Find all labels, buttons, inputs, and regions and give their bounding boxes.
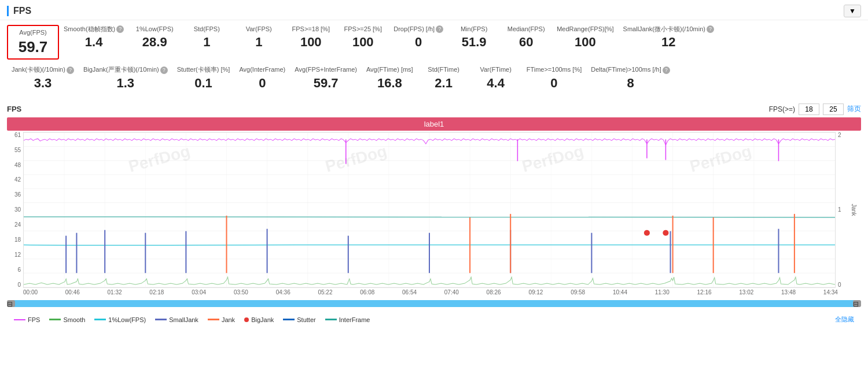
stat-label-drop-fps: Drop(FPS) [/h]? <box>393 25 443 34</box>
legend-item-interframe-legend[interactable]: InterFrame <box>325 316 370 323</box>
y-axis-right: 2 1 0 Jank <box>836 132 861 288</box>
stat-smooth: Smooth(稳帧指数)?1.4 <box>59 25 128 50</box>
stat-value-median-fps: 60 <box>519 35 533 50</box>
y-left-label-55: 55 <box>14 147 21 153</box>
legend-dot-bigjank-legend <box>244 317 249 322</box>
stat-label-std-fps: Std(FPS) <box>194 25 220 34</box>
chart-header: FPS FPS(>=) 筛页 <box>7 104 861 115</box>
y-left-label-12: 12 <box>14 252 21 258</box>
legend-label-interframe-legend: InterFrame <box>339 316 370 323</box>
stat-value-bigjank: 1.3 <box>117 76 135 91</box>
chart-controls: FPS(>=) 筛页 <box>769 104 861 115</box>
y-right-title: Jank <box>851 204 857 216</box>
legend-item-smalljank-legend[interactable]: SmallJank <box>155 316 198 323</box>
legend-label-stutter-legend: Stutter <box>297 316 315 323</box>
help-icon-delta-ftime[interactable]: ? <box>663 66 670 74</box>
stat-value-std-ftime: 2.1 <box>435 76 453 91</box>
page-header: FPS ▼ <box>0 0 868 20</box>
x-label-03:04: 03:04 <box>192 289 206 295</box>
stat-std-ftime: Std(FTime)2.1 <box>418 65 470 90</box>
stat-value-smooth: 1.4 <box>85 35 103 50</box>
scrollbar-right-handle[interactable]: ⊟ <box>853 300 861 307</box>
stat-fps-18: FPS>=18 [%]100 <box>285 25 337 50</box>
x-label-06:54: 06:54 <box>402 289 417 295</box>
y-left-label-30: 30 <box>14 206 21 213</box>
legend-item-stutter-legend[interactable]: Stutter <box>283 316 315 323</box>
stat-value-var-ftime: 4.4 <box>487 76 505 91</box>
stat-label-1pct-low: 1%Low(FPS) <box>136 25 174 34</box>
x-label-04:36: 04:36 <box>276 289 290 295</box>
help-icon-jank[interactable]: ? <box>67 66 74 74</box>
scrollbar-container: ⊟ ⊟ <box>7 295 861 312</box>
stat-label-medrange-fps: MedRange(FPS)[%] <box>557 25 613 34</box>
stat-value-ftime-100ms: 0 <box>550 76 557 91</box>
help-icon-drop-fps[interactable]: ? <box>436 25 443 33</box>
legend-label-jank-legend: Jank <box>222 316 235 323</box>
legend-label-smalljank-legend: SmallJank <box>169 316 198 323</box>
stat-min-fps: Min(FPS)51.9 <box>448 25 500 50</box>
stat-label-avg-fps-interframe: Avg(FPS+InterFrame) <box>295 65 357 74</box>
legend-item-jank-legend[interactable]: Jank <box>208 316 235 323</box>
stat-avg-fps-interframe: Avg(FPS+InterFrame)59.7 <box>290 65 362 90</box>
stat-value-medrange-fps: 100 <box>575 35 596 50</box>
fps-threshold-1-input[interactable] <box>799 104 819 115</box>
stat-label-median-fps: Median(FPS) <box>507 25 545 34</box>
stat-label-bigjank: BigJank(严重卡顿)(/10min)? <box>83 65 168 74</box>
scrollbar-left-handle[interactable]: ⊟ <box>7 300 15 307</box>
y-right-label-1: 1 <box>838 206 841 213</box>
stat-drop-fps: Drop(FPS) [/h]?0 <box>389 25 448 50</box>
legend-container: FPSSmooth1%Low(FPS)SmallJankJankBigJankS… <box>7 312 861 328</box>
x-label-14:34: 14:34 <box>823 289 838 295</box>
x-label-12:16: 12:16 <box>697 289 712 295</box>
x-label-03:50: 03:50 <box>234 289 248 295</box>
stat-label-std-ftime: Std(FTime) <box>428 65 459 74</box>
stat-label-delta-ftime: Delta(FTime)>100ms [/h]? <box>591 65 670 74</box>
help-icon-smooth[interactable]: ? <box>116 25 124 33</box>
svg-point-55 <box>663 230 668 236</box>
stat-value-smalljank: 12 <box>661 35 675 50</box>
stat-label-avg-interframe: Avg(InterFrame) <box>239 65 285 74</box>
stat-label-stutter: Stutter(卡顿率) [%] <box>177 65 230 74</box>
chart-title: FPS <box>7 105 21 113</box>
dropdown-button[interactable]: ▼ <box>844 5 861 17</box>
chart-canvas[interactable]: PerfDog PerfDog PerfDog PerfDog <box>23 132 836 288</box>
page-title: FPS <box>7 6 31 16</box>
stat-label-jank: Jank(卡顿)(/10min)? <box>12 65 74 74</box>
legend-item-fps-legend[interactable]: FPS <box>14 316 40 323</box>
y-left-label-0: 0 <box>17 282 21 288</box>
y-left-label-61: 61 <box>14 132 21 138</box>
fps-threshold-2-input[interactable] <box>823 104 844 115</box>
stat-avg-interframe: Avg(InterFrame)0 <box>234 65 290 90</box>
y-left-label-42: 42 <box>14 176 21 183</box>
legend-item-smooth-legend[interactable]: Smooth <box>49 316 85 323</box>
stat-label-smalljank: SmallJank(微小卡顿)(/10min)? <box>623 25 714 34</box>
legend-item-bigjank-legend[interactable]: BigJank <box>244 316 274 323</box>
legend-line-interframe-legend <box>325 319 337 320</box>
stat-label-fps-18: FPS>=18 [%] <box>292 25 330 34</box>
y-left-label-36: 36 <box>14 191 21 198</box>
filter-button[interactable]: 筛页 <box>847 104 861 114</box>
y-right-label-0: 0 <box>838 282 841 288</box>
stat-value-var-fps: 1 <box>255 35 262 50</box>
scrollbar[interactable]: ⊟ ⊟ <box>7 300 861 307</box>
x-label-00:00: 00:00 <box>23 289 38 295</box>
y-left-label-48: 48 <box>14 162 21 168</box>
full-hide-button[interactable]: 全隐藏 <box>835 315 854 324</box>
stat-value-avg-fps-interframe: 59.7 <box>314 76 339 91</box>
chart-section: FPS FPS(>=) 筛页 label1 615548423630241812… <box>0 101 868 328</box>
help-icon-bigjank[interactable]: ? <box>160 66 168 74</box>
stat-value-stutter: 0.1 <box>194 76 212 91</box>
stat-fps-25: FPS>=25 [%]100 <box>337 25 389 50</box>
x-label-05:22: 05:22 <box>318 289 332 295</box>
chart-body: 61554842363024181260 PerfDog PerfDog Per… <box>7 132 861 288</box>
help-icon-smalljank[interactable]: ? <box>707 25 714 33</box>
x-label-09:12: 09:12 <box>528 289 543 295</box>
legend-label-smooth-legend: Smooth <box>63 316 85 323</box>
stat-label-smooth: Smooth(稳帧指数)? <box>64 25 124 34</box>
scrollbar-thumb[interactable] <box>7 300 861 307</box>
stat-value-1pct-low: 28.9 <box>142 35 167 50</box>
stat-std-fps: Std(FPS)1 <box>181 25 233 50</box>
stat-value-min-fps: 51.9 <box>462 35 487 50</box>
legend-item-1pctlow-legend[interactable]: 1%Low(FPS) <box>94 316 146 323</box>
fps-threshold-label: FPS(>=) <box>769 105 795 113</box>
